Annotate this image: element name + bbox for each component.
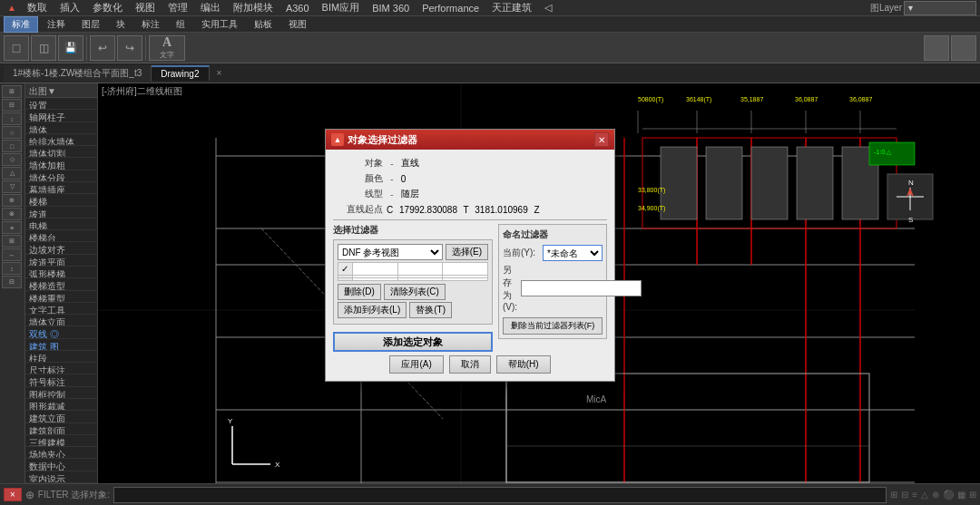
panel-item-louti[interactable]: 楼梯 bbox=[25, 194, 97, 206]
sidebar-icon-11[interactable]: ≡ bbox=[2, 221, 22, 234]
panel-item-poumian[interactable]: 建筑剖面 bbox=[25, 423, 97, 435]
status-icon-6[interactable]: ⚫ bbox=[943, 490, 954, 500]
file-tab-2[interactable]: Drawing2 bbox=[152, 65, 209, 81]
dialog-cancel-btn[interactable]: 取消 bbox=[449, 355, 491, 374]
filter-add-to-list-btn[interactable]: 添加到列表(L) bbox=[338, 302, 407, 318]
panel-item-jiajia[interactable]: 墙体加粗 bbox=[25, 158, 97, 170]
menu-biaochu[interactable]: 编出 bbox=[195, 0, 226, 15]
menu-shitu[interactable]: 视图 bbox=[130, 0, 161, 15]
sidebar-icon-2[interactable]: ⊟ bbox=[2, 99, 22, 112]
table-cell-check-1[interactable]: ✓ bbox=[338, 263, 353, 276]
panel-item-limen2[interactable]: 建筑立面 bbox=[25, 411, 97, 422]
panel-item-podao[interactable]: 坡道 bbox=[25, 207, 97, 219]
status-icon-4[interactable]: △ bbox=[921, 490, 928, 500]
menu-canshuhua[interactable]: 参数化 bbox=[87, 0, 128, 15]
panel-item-poplan[interactable]: 坡道平面 bbox=[25, 255, 97, 267]
sidebar-icon-5[interactable]: □ bbox=[2, 140, 22, 152]
panel-item-shinei[interactable]: 室内说示 bbox=[25, 471, 97, 483]
panel-item-tucai[interactable]: 图形裁减 bbox=[25, 399, 97, 411]
tool-new[interactable]: □ bbox=[4, 35, 29, 61]
sidebar-icon-14[interactable]: ↕ bbox=[2, 262, 22, 275]
menu-shucheng[interactable]: 数取 bbox=[22, 0, 53, 15]
panel-item-zhuduan[interactable]: 柱段 bbox=[25, 351, 97, 363]
tool-text[interactable]: A文字 bbox=[149, 35, 185, 61]
sidebar-icon-13[interactable]: ↔ bbox=[2, 248, 22, 261]
panel-item-dianti[interactable]: 电梯 bbox=[25, 219, 97, 230]
panel-item-jianzhu[interactable]: 建筑 图 bbox=[25, 339, 97, 351]
status-icon-3[interactable]: ≡ bbox=[912, 490, 917, 500]
panel-item-qiange[interactable]: 墙体切割 bbox=[25, 146, 97, 158]
sidebar-icon-12[interactable]: ⊞ bbox=[2, 235, 22, 248]
tab-clipboard[interactable]: 贴板 bbox=[247, 17, 279, 32]
dialog-apply-btn[interactable]: 应用(A) bbox=[389, 355, 443, 374]
tab-utility[interactable]: 实用工具 bbox=[194, 17, 245, 32]
filter-type-select[interactable]: DNF 参考视图 bbox=[338, 244, 443, 260]
sidebar-icon-6[interactable]: ◇ bbox=[2, 153, 22, 166]
tool-settings[interactable] bbox=[924, 35, 949, 61]
sidebar-icon-15[interactable]: ⊟ bbox=[2, 276, 22, 288]
tab-standard[interactable]: 标准 bbox=[4, 16, 38, 33]
right-filter-save-input[interactable] bbox=[521, 280, 642, 296]
filter-replace-btn[interactable]: 替换(T) bbox=[409, 302, 452, 318]
tool-zoom[interactable] bbox=[951, 35, 976, 61]
panel-item-tukuang[interactable]: 图框控制 bbox=[25, 387, 97, 399]
status-close-btn[interactable]: × bbox=[4, 488, 22, 501]
panel-item-muchuang[interactable]: 幕墙插座 bbox=[25, 182, 97, 194]
tool-save[interactable]: 💾 bbox=[58, 35, 83, 61]
tab-dim[interactable]: 标注 bbox=[134, 17, 167, 32]
panel-item-zhongxing[interactable]: 楼梯重型 bbox=[25, 291, 97, 303]
dialog-help-btn[interactable]: 帮助(H) bbox=[496, 355, 551, 374]
filter-delete-btn[interactable]: 删除(D) bbox=[338, 284, 381, 300]
tab-view[interactable]: 视图 bbox=[281, 17, 314, 32]
dialog-close-button[interactable]: ✕ bbox=[594, 132, 609, 147]
add-selection-button[interactable]: 添加选定对象 bbox=[333, 332, 493, 352]
status-icon-2[interactable]: ⊟ bbox=[901, 490, 908, 500]
menu-guanli[interactable]: 管理 bbox=[162, 0, 193, 15]
panel-item-chicun[interactable]: 尺寸标注 bbox=[25, 363, 97, 374]
panel-item-louti2[interactable]: 楼梯台 bbox=[25, 230, 97, 242]
tab-layer[interactable]: 图层 bbox=[74, 17, 107, 32]
layer-selector[interactable]: ▼ bbox=[904, 1, 976, 15]
menu-bim[interactable]: BIM应用 bbox=[317, 0, 366, 15]
tool-redo[interactable]: ↪ bbox=[117, 35, 142, 61]
table-cell-check-3[interactable] bbox=[338, 278, 353, 281]
sidebar-icon-10[interactable]: ⊗ bbox=[2, 208, 22, 220]
menu-a360[interactable]: A360 bbox=[280, 2, 315, 15]
panel-item-changdi[interactable]: 场地夹心 bbox=[25, 447, 97, 459]
status-icon-1[interactable]: ⊞ bbox=[890, 490, 897, 500]
menu-tianzhengjz[interactable]: 天正建筑 bbox=[486, 0, 537, 15]
right-filter-current-select[interactable]: *未命名 bbox=[543, 245, 603, 261]
menu-charu[interactable]: 插入 bbox=[54, 0, 85, 15]
panel-item-biandui[interactable]: 边坡对齐 bbox=[25, 242, 97, 254]
panel-item-shuangxian[interactable]: 双线 ◎ bbox=[25, 326, 97, 338]
sidebar-icon-1[interactable]: ⊞ bbox=[2, 85, 22, 98]
panel-item-fenduan[interactable]: 墙体分段 bbox=[25, 170, 97, 182]
panel-item-sanwei[interactable]: 三维建模 bbox=[25, 435, 97, 447]
tool-open[interactable]: ◫ bbox=[31, 35, 56, 61]
sidebar-icon-7[interactable]: △ bbox=[2, 167, 22, 180]
menu-back[interactable]: ◁ bbox=[539, 1, 557, 15]
menu-bim360[interactable]: BIM 360 bbox=[367, 2, 415, 15]
panel-item-zhouwang[interactable]: 轴网柱子 bbox=[25, 110, 97, 121]
panel-item-shuju[interactable]: 数据中心 bbox=[25, 459, 97, 471]
status-icon-8[interactable]: ⊞ bbox=[969, 490, 976, 500]
panel-item-wenzi[interactable]: 文字工具 bbox=[25, 303, 97, 315]
status-command-input[interactable] bbox=[113, 487, 887, 503]
panel-item-fuhaobiaozhun[interactable]: 符号标注 bbox=[25, 374, 97, 386]
sidebar-icon-4[interactable]: ○ bbox=[2, 126, 22, 139]
right-filter-delete-btn[interactable]: 删除当前过滤器列表(F) bbox=[503, 317, 603, 335]
panel-item-geipai[interactable]: 给排水墙体 bbox=[25, 134, 97, 146]
filter-select-btn[interactable]: 选择(E) bbox=[446, 244, 488, 260]
status-search-icon[interactable]: ⊕ bbox=[25, 489, 34, 501]
sidebar-icon-9[interactable]: ⊕ bbox=[2, 194, 22, 207]
menu-fujia[interactable]: 附加模块 bbox=[228, 0, 279, 15]
filter-clear-btn[interactable]: 清除列表(C) bbox=[384, 284, 446, 300]
panel-item-limen[interactable]: 墙体立面 bbox=[25, 315, 97, 326]
sidebar-icon-3[interactable]: ↕ bbox=[2, 112, 22, 125]
menu-performance[interactable]: Performance bbox=[416, 2, 485, 15]
status-icon-5[interactable]: ⊕ bbox=[932, 490, 939, 500]
panel-item-shezhi[interactable]: 设置 bbox=[25, 98, 97, 110]
panel-item-zaoxing[interactable]: 楼梯造型 bbox=[25, 278, 97, 290]
tool-undo[interactable]: ↩ bbox=[90, 35, 115, 61]
sidebar-icon-8[interactable]: ▽ bbox=[2, 180, 22, 193]
